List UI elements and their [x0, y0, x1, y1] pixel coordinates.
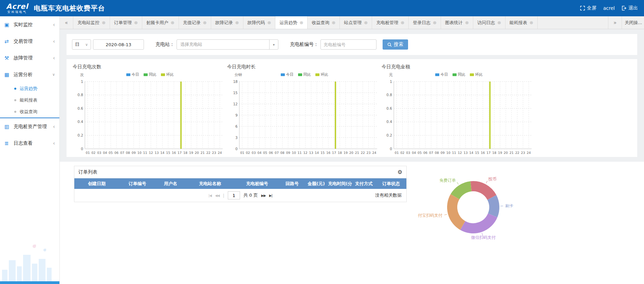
tab[interactable]: 站点管理⊗ [340, 16, 372, 29]
chart-title: 今日充电时长 [227, 64, 382, 70]
search-button[interactable]: 搜索 [383, 39, 408, 50]
pile-number-input[interactable] [320, 39, 376, 50]
tab-close-icon[interactable]: ⊗ [134, 20, 138, 25]
svg-text:07: 07 [275, 151, 279, 155]
tabs-scroll-right-icon[interactable]: » [608, 16, 622, 29]
tab-close-icon[interactable]: ⊗ [171, 20, 174, 25]
sidebar-item[interactable]: ▣实时监控‹ [0, 16, 59, 33]
legend-item[interactable]: 今日 [435, 72, 448, 77]
tab-label: 故障记录 [215, 20, 233, 26]
legend-item[interactable]: 同比 [298, 72, 311, 77]
tab-label: 充值记录 [183, 20, 201, 26]
tab-close-icon[interactable]: ⊗ [530, 20, 533, 25]
bar-chart-canvas: 00.20.40.60.8101020304050607080910111213… [73, 79, 225, 156]
svg-text:20: 20 [349, 151, 353, 155]
donut-slice[interactable] [452, 197, 463, 226]
tab[interactable]: 充值记录⊗ [179, 16, 211, 29]
logout-button[interactable]: 退出 [622, 5, 638, 11]
order-column-header: 用户名 [156, 178, 186, 189]
butterfly-icon [43, 249, 46, 251]
sidebar-item[interactable]: ▥充电桩资产管理‹ [0, 118, 59, 135]
last-page-button[interactable]: ▶| [269, 194, 272, 197]
svg-text:17: 17 [332, 151, 336, 155]
tab[interactable]: 充电站监控⊗ [73, 16, 110, 29]
svg-text:05: 05 [263, 151, 267, 155]
svg-text:08: 08 [435, 151, 439, 155]
tab-label: 订单管理 [114, 20, 132, 26]
sidebar-subitem[interactable]: 运营趋势 [0, 83, 59, 94]
tab-close-icon[interactable]: ⊗ [102, 20, 106, 25]
svg-text:15: 15 [233, 91, 238, 95]
tab-close-icon[interactable]: ⊗ [235, 20, 239, 25]
username[interactable]: acrel [603, 5, 615, 11]
tab-close-icon[interactable]: ⊗ [364, 20, 368, 25]
legend-item[interactable]: 环比 [315, 72, 328, 77]
donut-slice[interactable] [463, 215, 493, 228]
bar-chart: 今日充电次数次今日同比环比00.20.40.60.810102030405060… [73, 64, 227, 157]
tab-close-icon[interactable]: ⊗ [299, 20, 303, 25]
donut-slice[interactable] [492, 197, 494, 215]
tab[interactable]: 运营趋势⊗ [275, 16, 308, 29]
tab[interactable]: 订单管理⊗ [110, 16, 142, 29]
legend-item[interactable]: 同比 [453, 72, 465, 77]
legend-item[interactable]: 今日 [126, 72, 139, 77]
tabbar: « 充电站监控⊗订单管理⊗射频卡用户⊗充值记录⊗故障记录⊗故障代码⊗运营趋势⊗收… [60, 16, 644, 29]
station-select[interactable]: 选择充电站 ▾ [177, 39, 278, 50]
tab[interactable]: 登录日志⊗ [409, 16, 441, 29]
svg-text:18: 18 [233, 79, 238, 84]
donut-slice[interactable] [455, 186, 471, 197]
period-select[interactable]: 日 ∨ [72, 39, 91, 50]
dropdown-arrow-icon[interactable]: ▾ [269, 40, 278, 49]
sidebar-group: ⚒故障管理‹ [0, 50, 59, 66]
tab[interactable]: 图表统计⊗ [441, 16, 473, 29]
order-column-header: 订单编号 [119, 178, 156, 189]
tab[interactable]: 能耗报表⊗ [505, 16, 538, 29]
tab[interactable]: 访问日志⊗ [473, 16, 505, 29]
legend-item[interactable]: 环比 [161, 72, 174, 77]
bullet-icon [14, 99, 16, 101]
svg-text:16: 16 [481, 151, 485, 155]
legend-item[interactable]: 环比 [470, 72, 483, 77]
sidebar-subitem[interactable]: 能耗报表 [0, 94, 59, 106]
chart-head: 分钟今日同比环比 [227, 71, 382, 78]
sidebar-item[interactable]: ⇄交易管理‹ [0, 33, 59, 50]
first-page-button[interactable]: |◀ [208, 194, 211, 197]
tab[interactable]: 充电桩管理⊗ [372, 16, 409, 29]
tabs-scroll-left-icon[interactable]: « [60, 16, 73, 29]
svg-text:13: 13 [154, 151, 159, 155]
sidebar-item[interactable]: ≣日志查看‹ [0, 135, 59, 152]
chart-legend: 今日同比环比 [435, 72, 483, 77]
prev-page-button[interactable]: ◀◀ [215, 194, 219, 197]
svg-text:07: 07 [120, 151, 124, 155]
sidebar-subitem[interactable]: 收益查询 [0, 106, 59, 118]
tab-close-icon[interactable]: ⊗ [401, 20, 404, 25]
tab[interactable]: 故障代码⊗ [243, 16, 276, 29]
svg-text:20: 20 [504, 151, 508, 155]
close-tabs-menu-button[interactable]: 关闭操... [622, 16, 644, 29]
tab[interactable]: 收益查询⊗ [308, 16, 340, 29]
sidebar-item-label: 交易管理 [14, 38, 33, 45]
legend-item[interactable]: 今日 [281, 72, 294, 77]
tab-close-icon[interactable]: ⊗ [203, 20, 207, 25]
sidebar-item[interactable]: ⚒故障管理‹ [0, 50, 59, 66]
table-settings-gear-icon[interactable]: ⚙ [398, 169, 402, 175]
svg-text:06: 06 [423, 151, 427, 155]
station-select-placeholder: 选择充电站 [180, 41, 202, 48]
tab-close-icon[interactable]: ⊗ [268, 20, 271, 25]
tab-close-icon[interactable]: ⊗ [497, 20, 501, 25]
tab-close-icon[interactable]: ⊗ [332, 20, 335, 25]
next-page-button[interactable]: ▶▶ [261, 194, 265, 197]
donut-slice[interactable] [471, 186, 492, 197]
date-input[interactable] [93, 39, 144, 50]
fullscreen-button[interactable]: 全屏 [580, 5, 596, 11]
sidebar-item[interactable]: ▦运营分析∨ [0, 66, 59, 83]
tab-close-icon[interactable]: ⊗ [433, 20, 437, 25]
legend-item[interactable]: 同比 [144, 72, 157, 77]
tab-close-icon[interactable]: ⊗ [465, 20, 469, 25]
svg-text:04: 04 [103, 151, 107, 155]
page-number-input[interactable] [228, 191, 240, 199]
tab[interactable]: 射频卡用户⊗ [142, 16, 179, 29]
tab[interactable]: 故障记录⊗ [211, 16, 243, 29]
svg-text:0.8: 0.8 [77, 93, 83, 97]
svg-text:0.6: 0.6 [386, 106, 392, 110]
